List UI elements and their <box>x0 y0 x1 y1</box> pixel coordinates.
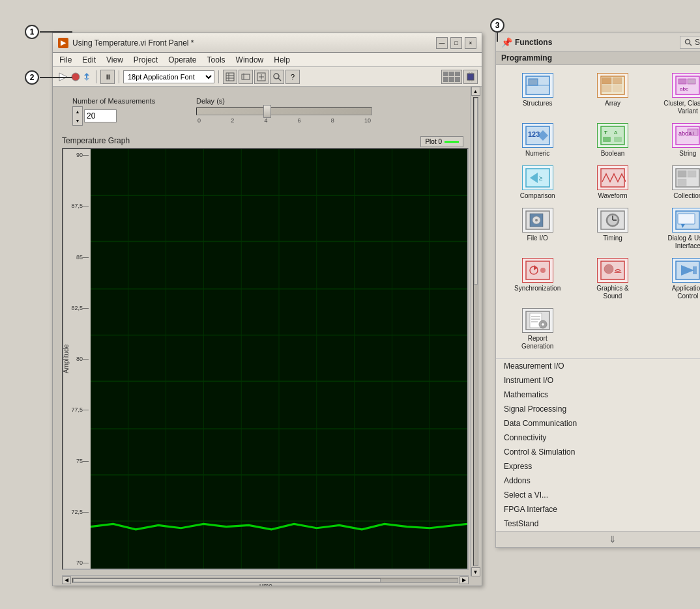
fn-list-measurement-io[interactable]: Measurement I/O ▶ <box>496 359 700 373</box>
search-button[interactable]: Search <box>680 36 700 49</box>
svg-line-13 <box>278 78 281 81</box>
svg-rect-58 <box>614 137 622 142</box>
scroll-track-h[interactable] <box>72 578 458 583</box>
fn-item-string[interactable]: abca i String <box>652 120 700 160</box>
graph-body: Amplitude 90— 87,5— 85— 82,5— 80— 77,5— … <box>62 148 469 570</box>
pin-icon: 📌 <box>501 37 512 48</box>
toolbar-btn-1[interactable] <box>223 70 237 84</box>
fn-item-structures[interactable]: Structures <box>501 70 574 118</box>
fn-item-sync[interactable]: Synchronization <box>501 255 574 303</box>
toolbar-separator-2 <box>119 70 119 83</box>
fn-item-timing[interactable]: Timing <box>576 205 649 253</box>
scroll-track-v[interactable] <box>473 97 478 566</box>
fn-list-select-vi[interactable]: Select a VI... <box>496 488 700 502</box>
toolbar-icon-group: ? <box>223 70 300 84</box>
report-icon <box>522 308 553 333</box>
grid-view-btn[interactable] <box>441 70 462 84</box>
cluster-label: Cluster, Class, &Variant <box>664 100 700 115</box>
fn-item-waveform[interactable]: Waveform <box>576 163 649 203</box>
vertical-scrollbar[interactable]: ▲ ▼ <box>470 87 480 576</box>
fn-item-dialog[interactable]: Dialog & UserInterface <box>652 205 700 253</box>
menu-view[interactable]: View <box>105 55 124 64</box>
scroll-right-btn[interactable]: ▶ <box>459 576 469 584</box>
delay-slider-track[interactable] <box>196 107 372 115</box>
scroll-thumb-h[interactable] <box>73 578 381 582</box>
fn-list-connectivity[interactable]: Connectivity ▶ <box>496 431 700 445</box>
help-button[interactable]: ? <box>285 70 300 84</box>
svg-rect-48 <box>678 79 686 84</box>
fn-item-numeric[interactable]: 123 Numeric <box>501 120 574 160</box>
fn-list-express[interactable]: Express ▶ <box>496 459 700 474</box>
fn-list-addons[interactable]: Addons ▶ <box>496 474 700 488</box>
pause-button[interactable]: ⏸ <box>100 70 115 84</box>
recycle-icon[interactable] <box>81 72 92 82</box>
fn-item-comparison[interactable]: ≥ Comparison <box>501 163 574 203</box>
delay-slider-thumb[interactable] <box>263 105 271 118</box>
fn-list-teststand[interactable]: TestStand ▶ <box>496 517 700 531</box>
menu-operate[interactable]: Operate <box>167 55 197 64</box>
fn-list-mathematics[interactable]: Mathematics ▶ <box>496 388 700 402</box>
fn-list-signal-processing[interactable]: Signal Processing ▶ <box>496 402 700 416</box>
file-io-label: File I/O <box>527 234 548 242</box>
graph-plot-area[interactable] <box>91 149 467 569</box>
scroll-down-btn[interactable]: ▼ <box>471 567 480 576</box>
sync-icon <box>522 258 553 283</box>
zoom-button[interactable] <box>270 70 284 84</box>
fn-panel-header: 📌 Functions Search <box>496 33 700 51</box>
num-measurements-value[interactable]: 20 <box>84 109 117 122</box>
horizontal-scrollbar[interactable]: ◀ ▶ <box>62 575 469 584</box>
footer-scroll-icon[interactable]: ⇓ <box>609 534 617 545</box>
fn-item-boolean[interactable]: TA Boolean <box>576 120 649 160</box>
fn-item-report[interactable]: ReportGeneration <box>501 305 574 353</box>
chip-icon-btn[interactable] <box>463 70 478 84</box>
functions-panel: 📌 Functions Search Programming ▶ <box>495 33 700 548</box>
y-axis-label: Amplitude <box>63 345 70 373</box>
svg-text:abc: abc <box>680 86 688 92</box>
menu-tools[interactable]: Tools <box>206 55 227 64</box>
menu-edit[interactable]: Edit <box>81 55 97 64</box>
fn-item-collection[interactable]: Collection <box>652 163 700 203</box>
svg-text:A: A <box>614 130 618 135</box>
app-control-icon <box>672 258 700 283</box>
annotation-3-arrow <box>497 33 498 42</box>
toolbar-separator-3 <box>218 70 219 83</box>
lv-close-button[interactable]: × <box>465 37 476 49</box>
fn-item-cluster[interactable]: abc Cluster, Class, &Variant <box>652 70 700 118</box>
svg-point-74 <box>535 219 538 221</box>
lv-minimize-button[interactable]: — <box>436 37 448 49</box>
scroll-left-btn[interactable]: ◀ <box>62 576 71 584</box>
fn-list-data-communication[interactable]: Data Communication ▶ <box>496 416 700 431</box>
fn-list-fpga[interactable]: FPGA Interface ▶ <box>496 502 700 517</box>
cluster-icon: abc <box>672 73 700 98</box>
spin-down[interactable]: ▼ <box>73 116 82 125</box>
fn-item-app-control[interactable]: ApplicationControl <box>652 255 700 303</box>
fn-list-control-simulation[interactable]: Control & Simulation ▶ <box>496 445 700 459</box>
svg-rect-69 <box>688 171 696 177</box>
toolbar-btn-3[interactable] <box>254 70 269 84</box>
num-spin-control[interactable]: ▲ ▼ <box>72 106 83 126</box>
spin-up[interactable]: ▲ <box>73 107 82 116</box>
lv-panel-content: Number of Measurements ▲ ▼ 20 Delay (s) <box>53 87 482 586</box>
num-measurements-input-group: ▲ ▼ 20 <box>72 106 155 126</box>
fn-list-instrument-io[interactable]: Instrument I/O ▶ <box>496 373 700 388</box>
menu-project[interactable]: Project <box>132 55 159 64</box>
fn-item-file-io[interactable]: File I/O <box>501 205 574 253</box>
lv-maximize-button[interactable]: □ <box>450 37 462 49</box>
menu-file[interactable]: File <box>58 55 73 64</box>
menu-help[interactable]: Help <box>272 55 291 64</box>
collection-icon <box>672 165 700 190</box>
file-io-icon <box>522 208 553 233</box>
fn-item-array[interactable]: Array <box>576 70 649 118</box>
lv-menubar: File Edit View Project Operate Tools Win… <box>53 53 482 67</box>
num-measurements-label: Number of Measurements <box>72 97 155 105</box>
fn-subheader-programming[interactable]: Programming ▶ <box>496 51 700 65</box>
fn-item-graphics[interactable]: Graphics &Sound <box>576 255 649 303</box>
toolbar-btn-2[interactable] <box>239 70 253 84</box>
toolbar-right-icons <box>441 70 478 84</box>
svg-rect-40 <box>529 79 538 85</box>
font-select[interactable]: 18pt Application Font <box>123 70 214 83</box>
scroll-up-btn[interactable]: ▲ <box>471 87 480 96</box>
menu-window[interactable]: Window <box>235 55 265 64</box>
lv-titlebar: ▶ Using Temperature.vi Front Panel * — □… <box>53 33 482 53</box>
scroll-thumb-v[interactable] <box>474 98 478 285</box>
